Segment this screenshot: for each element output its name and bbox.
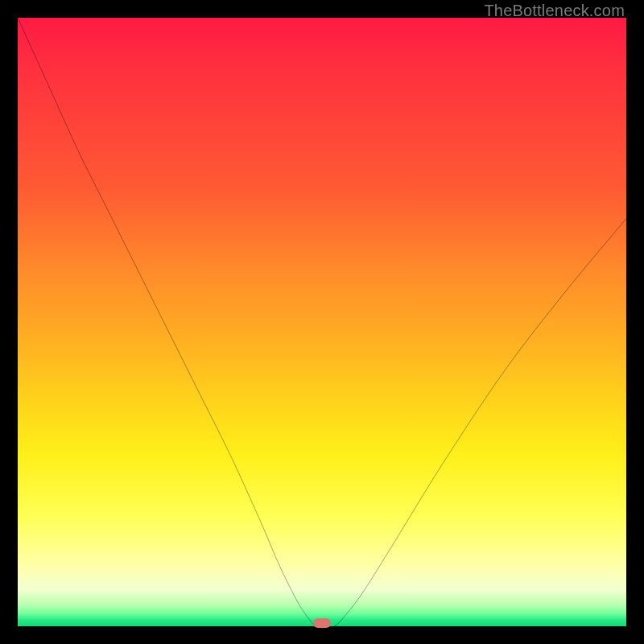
chart-plot-area <box>18 18 626 626</box>
chart-frame: TheBottleneck.com <box>0 0 644 644</box>
watermark-text: TheBottleneck.com <box>484 2 625 20</box>
optimum-marker <box>313 618 331 628</box>
